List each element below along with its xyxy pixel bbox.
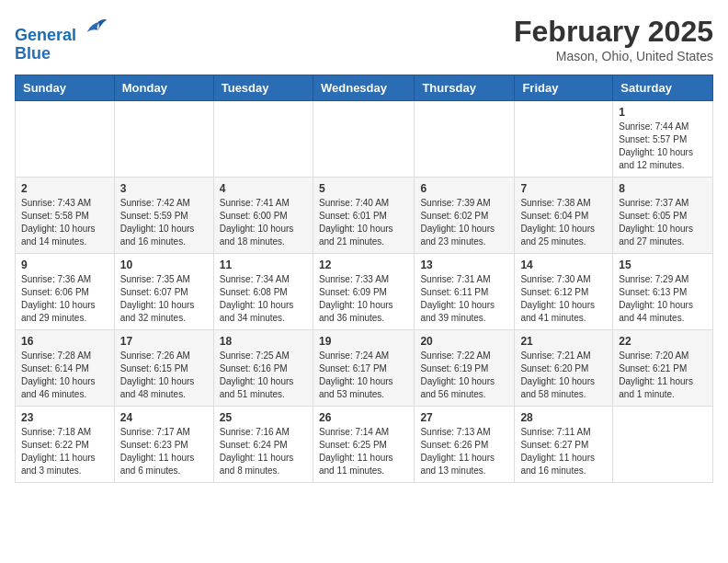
day-number: 15 <box>619 259 707 271</box>
calendar-cell: 26Sunrise: 7:14 AM Sunset: 6:25 PM Dayli… <box>313 407 414 483</box>
day-info: Sunrise: 7:29 AM Sunset: 6:13 PM Dayligh… <box>619 273 707 325</box>
day-info: Sunrise: 7:36 AM Sunset: 6:06 PM Dayligh… <box>21 273 108 325</box>
logo-blue: Blue <box>15 44 51 63</box>
day-number: 6 <box>420 182 508 195</box>
calendar-cell: 22Sunrise: 7:20 AM Sunset: 6:21 PM Dayli… <box>613 330 713 407</box>
weekday-header-thursday: Thursday <box>415 75 515 101</box>
calendar-cell <box>114 101 213 178</box>
day-info: Sunrise: 7:37 AM Sunset: 6:05 PM Dayligh… <box>619 197 707 248</box>
day-info: Sunrise: 7:16 AM Sunset: 6:24 PM Dayligh… <box>220 426 307 477</box>
calendar-cell: 9Sunrise: 7:36 AM Sunset: 6:06 PM Daylig… <box>16 254 115 330</box>
day-number: 14 <box>520 259 607 271</box>
logo-bird-icon <box>83 15 108 40</box>
day-info: Sunrise: 7:14 AM Sunset: 6:25 PM Dayligh… <box>319 426 408 477</box>
day-number: 22 <box>619 335 707 348</box>
calendar-week-2: 2Sunrise: 7:43 AM Sunset: 5:58 PM Daylig… <box>16 178 713 254</box>
calendar-cell: 4Sunrise: 7:41 AM Sunset: 6:00 PM Daylig… <box>213 178 313 254</box>
calendar-cell: 23Sunrise: 7:18 AM Sunset: 6:22 PM Dayli… <box>16 407 115 483</box>
day-info: Sunrise: 7:34 AM Sunset: 6:08 PM Dayligh… <box>220 273 307 325</box>
day-number: 23 <box>21 411 108 424</box>
day-number: 28 <box>520 411 607 424</box>
day-number: 21 <box>520 335 607 348</box>
calendar-cell <box>213 101 313 178</box>
day-info: Sunrise: 7:40 AM Sunset: 6:01 PM Dayligh… <box>319 197 408 248</box>
day-info: Sunrise: 7:38 AM Sunset: 6:04 PM Dayligh… <box>520 197 607 248</box>
calendar-cell: 6Sunrise: 7:39 AM Sunset: 6:02 PM Daylig… <box>415 178 515 254</box>
page-header: General Blue February 2025 Mason, Ohio, … <box>15 15 713 63</box>
calendar-cell: 7Sunrise: 7:38 AM Sunset: 6:04 PM Daylig… <box>515 178 613 254</box>
day-info: Sunrise: 7:30 AM Sunset: 6:12 PM Dayligh… <box>520 273 607 325</box>
day-info: Sunrise: 7:21 AM Sunset: 6:20 PM Dayligh… <box>520 350 607 401</box>
title-block: February 2025 Mason, Ohio, United States <box>514 15 713 63</box>
calendar-cell: 5Sunrise: 7:40 AM Sunset: 6:01 PM Daylig… <box>313 178 414 254</box>
calendar-week-3: 9Sunrise: 7:36 AM Sunset: 6:06 PM Daylig… <box>16 254 713 330</box>
calendar-cell: 24Sunrise: 7:17 AM Sunset: 6:23 PM Dayli… <box>114 407 213 483</box>
calendar-cell: 20Sunrise: 7:22 AM Sunset: 6:19 PM Dayli… <box>415 330 515 407</box>
day-number: 20 <box>420 335 508 348</box>
calendar-cell <box>415 101 515 178</box>
logo-general: General <box>15 26 76 44</box>
calendar-cell <box>613 407 713 483</box>
calendar-cell: 21Sunrise: 7:21 AM Sunset: 6:20 PM Dayli… <box>515 330 613 407</box>
calendar-cell <box>313 101 414 178</box>
day-info: Sunrise: 7:11 AM Sunset: 6:27 PM Dayligh… <box>520 426 607 477</box>
weekday-header-saturday: Saturday <box>613 75 713 101</box>
day-info: Sunrise: 7:33 AM Sunset: 6:09 PM Dayligh… <box>319 273 408 325</box>
day-info: Sunrise: 7:25 AM Sunset: 6:16 PM Dayligh… <box>220 350 307 401</box>
calendar-cell: 15Sunrise: 7:29 AM Sunset: 6:13 PM Dayli… <box>613 254 713 330</box>
day-number: 16 <box>21 335 108 348</box>
day-info: Sunrise: 7:42 AM Sunset: 5:59 PM Dayligh… <box>120 197 208 248</box>
calendar-cell: 14Sunrise: 7:30 AM Sunset: 6:12 PM Dayli… <box>515 254 613 330</box>
calendar-cell: 8Sunrise: 7:37 AM Sunset: 6:05 PM Daylig… <box>613 178 713 254</box>
calendar-cell: 16Sunrise: 7:28 AM Sunset: 6:14 PM Dayli… <box>16 330 115 407</box>
day-info: Sunrise: 7:39 AM Sunset: 6:02 PM Dayligh… <box>420 197 508 248</box>
day-number: 27 <box>420 411 508 424</box>
weekday-header-tuesday: Tuesday <box>213 75 313 101</box>
day-number: 18 <box>220 335 307 348</box>
calendar-week-5: 23Sunrise: 7:18 AM Sunset: 6:22 PM Dayli… <box>16 407 713 483</box>
day-number: 24 <box>120 411 208 424</box>
weekday-header-wednesday: Wednesday <box>313 75 414 101</box>
day-info: Sunrise: 7:31 AM Sunset: 6:11 PM Dayligh… <box>420 273 508 325</box>
calendar-cell: 3Sunrise: 7:42 AM Sunset: 5:59 PM Daylig… <box>114 178 213 254</box>
day-info: Sunrise: 7:17 AM Sunset: 6:23 PM Dayligh… <box>120 426 208 477</box>
day-number: 2 <box>21 182 108 195</box>
day-info: Sunrise: 7:41 AM Sunset: 6:00 PM Dayligh… <box>220 197 307 248</box>
calendar-cell: 18Sunrise: 7:25 AM Sunset: 6:16 PM Dayli… <box>213 330 313 407</box>
day-number: 4 <box>220 182 307 195</box>
calendar-cell: 12Sunrise: 7:33 AM Sunset: 6:09 PM Dayli… <box>313 254 414 330</box>
day-info: Sunrise: 7:24 AM Sunset: 6:17 PM Dayligh… <box>319 350 408 401</box>
day-number: 7 <box>520 182 607 195</box>
calendar-cell <box>16 101 115 178</box>
day-info: Sunrise: 7:20 AM Sunset: 6:21 PM Dayligh… <box>619 350 707 401</box>
day-info: Sunrise: 7:43 AM Sunset: 5:58 PM Dayligh… <box>21 197 108 248</box>
weekday-header-friday: Friday <box>515 75 613 101</box>
location: Mason, Ohio, United States <box>514 49 713 63</box>
day-number: 13 <box>420 259 508 271</box>
day-number: 5 <box>319 182 408 195</box>
day-number: 9 <box>21 259 108 271</box>
calendar-cell: 19Sunrise: 7:24 AM Sunset: 6:17 PM Dayli… <box>313 330 414 407</box>
day-number: 3 <box>120 182 208 195</box>
day-info: Sunrise: 7:44 AM Sunset: 5:57 PM Dayligh… <box>619 121 707 172</box>
day-info: Sunrise: 7:13 AM Sunset: 6:26 PM Dayligh… <box>420 426 508 477</box>
day-number: 8 <box>619 182 707 195</box>
calendar-cell: 17Sunrise: 7:26 AM Sunset: 6:15 PM Dayli… <box>114 330 213 407</box>
day-number: 11 <box>220 259 307 271</box>
day-number: 10 <box>120 259 208 271</box>
calendar-cell: 11Sunrise: 7:34 AM Sunset: 6:08 PM Dayli… <box>213 254 313 330</box>
month-title: February 2025 <box>514 15 713 49</box>
day-number: 1 <box>619 106 707 119</box>
weekday-header-sunday: Sunday <box>16 75 115 101</box>
calendar-week-1: 1Sunrise: 7:44 AM Sunset: 5:57 PM Daylig… <box>16 101 713 178</box>
calendar-week-4: 16Sunrise: 7:28 AM Sunset: 6:14 PM Dayli… <box>16 330 713 407</box>
logo: General Blue <box>15 15 108 63</box>
weekday-header-monday: Monday <box>114 75 213 101</box>
day-number: 19 <box>319 335 408 348</box>
day-info: Sunrise: 7:18 AM Sunset: 6:22 PM Dayligh… <box>21 426 108 477</box>
calendar-cell: 1Sunrise: 7:44 AM Sunset: 5:57 PM Daylig… <box>613 101 713 178</box>
calendar-cell: 27Sunrise: 7:13 AM Sunset: 6:26 PM Dayli… <box>415 407 515 483</box>
calendar-cell: 25Sunrise: 7:16 AM Sunset: 6:24 PM Dayli… <box>213 407 313 483</box>
day-info: Sunrise: 7:26 AM Sunset: 6:15 PM Dayligh… <box>120 350 208 401</box>
day-info: Sunrise: 7:22 AM Sunset: 6:19 PM Dayligh… <box>420 350 508 401</box>
